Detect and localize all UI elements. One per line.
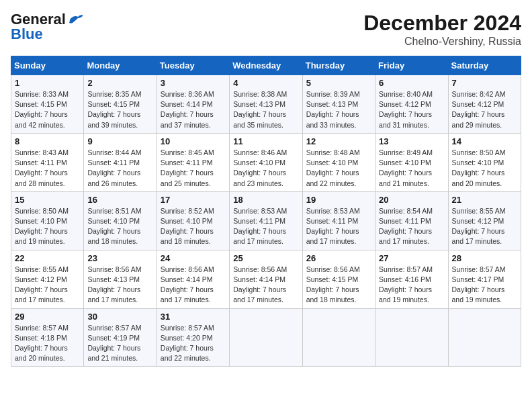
calendar-cell: 8 Sunrise: 8:43 AM Sunset: 4:11 PM Dayli… — [11, 133, 84, 191]
calendar-cell: 13 Sunrise: 8:49 AM Sunset: 4:10 PM Dayl… — [375, 133, 448, 191]
day-info: Sunrise: 8:53 AM Sunset: 4:11 PM Dayligh… — [233, 206, 298, 247]
calendar-cell: 19 Sunrise: 8:53 AM Sunset: 4:11 PM Dayl… — [302, 191, 375, 250]
day-number: 19 — [306, 195, 371, 205]
day-info: Sunrise: 8:57 AM Sunset: 4:20 PM Dayligh… — [161, 323, 226, 364]
day-info: Sunrise: 8:40 AM Sunset: 4:12 PM Dayligh… — [379, 89, 444, 130]
calendar-cell: 31 Sunrise: 8:57 AM Sunset: 4:20 PM Dayl… — [157, 308, 229, 367]
day-info: Sunrise: 8:35 AM Sunset: 4:15 PM Dayligh… — [87, 89, 152, 130]
calendar-table: SundayMondayTuesdayWednesdayThursdayFrid… — [11, 56, 521, 367]
logo-blue: Blue — [11, 26, 43, 43]
day-info: Sunrise: 8:56 AM Sunset: 4:15 PM Dayligh… — [306, 265, 371, 306]
day-info: Sunrise: 8:57 AM Sunset: 4:18 PM Dayligh… — [15, 323, 80, 364]
logo-bird-icon — [69, 13, 83, 26]
day-number: 3 — [161, 78, 226, 88]
day-number: 9 — [87, 136, 152, 146]
day-number: 8 — [15, 136, 80, 146]
day-number: 22 — [15, 253, 80, 263]
day-number: 27 — [379, 253, 444, 263]
day-info: Sunrise: 8:57 AM Sunset: 4:16 PM Dayligh… — [379, 265, 444, 306]
calendar-cell: 30 Sunrise: 8:57 AM Sunset: 4:19 PM Dayl… — [84, 308, 157, 367]
day-number: 10 — [161, 136, 226, 146]
day-info: Sunrise: 8:57 AM Sunset: 4:19 PM Dayligh… — [87, 323, 152, 364]
day-info: Sunrise: 8:55 AM Sunset: 4:12 PM Dayligh… — [15, 265, 80, 306]
week-row-2: 8 Sunrise: 8:43 AM Sunset: 4:11 PM Dayli… — [11, 133, 521, 191]
calendar-cell: 7 Sunrise: 8:42 AM Sunset: 4:12 PM Dayli… — [448, 75, 521, 134]
day-number: 30 — [87, 312, 152, 322]
day-info: Sunrise: 8:39 AM Sunset: 4:13 PM Dayligh… — [306, 89, 371, 130]
calendar-cell: 15 Sunrise: 8:50 AM Sunset: 4:10 PM Dayl… — [11, 191, 84, 250]
day-info: Sunrise: 8:44 AM Sunset: 4:11 PM Dayligh… — [87, 148, 152, 189]
day-number: 21 — [452, 195, 517, 205]
day-info: Sunrise: 8:56 AM Sunset: 4:13 PM Dayligh… — [87, 265, 152, 306]
calendar-cell: 28 Sunrise: 8:57 AM Sunset: 4:17 PM Dayl… — [448, 250, 521, 308]
weekday-header-row: SundayMondayTuesdayWednesdayThursdayFrid… — [11, 56, 521, 75]
calendar-cell: 22 Sunrise: 8:55 AM Sunset: 4:12 PM Dayl… — [11, 250, 84, 308]
day-number: 12 — [306, 136, 371, 146]
day-info: Sunrise: 8:49 AM Sunset: 4:10 PM Dayligh… — [379, 148, 444, 189]
day-number: 1 — [15, 78, 80, 88]
calendar-cell: 16 Sunrise: 8:51 AM Sunset: 4:10 PM Dayl… — [84, 191, 157, 250]
calendar-cell: 12 Sunrise: 8:48 AM Sunset: 4:10 PM Dayl… — [302, 133, 375, 191]
day-number: 23 — [87, 253, 152, 263]
calendar-cell: 18 Sunrise: 8:53 AM Sunset: 4:11 PM Dayl… — [230, 191, 302, 250]
weekday-header-sunday: Sunday — [11, 56, 84, 75]
day-info: Sunrise: 8:52 AM Sunset: 4:10 PM Dayligh… — [161, 206, 226, 247]
day-number: 17 — [161, 195, 226, 205]
week-row-1: 1 Sunrise: 8:33 AM Sunset: 4:15 PM Dayli… — [11, 75, 521, 134]
calendar-cell: 14 Sunrise: 8:50 AM Sunset: 4:10 PM Dayl… — [448, 133, 521, 191]
weekday-header-thursday: Thursday — [302, 56, 375, 75]
day-info: Sunrise: 8:48 AM Sunset: 4:10 PM Dayligh… — [306, 148, 371, 189]
day-number: 29 — [15, 312, 80, 322]
weekday-header-saturday: Saturday — [448, 56, 521, 75]
calendar-cell: 21 Sunrise: 8:55 AM Sunset: 4:12 PM Dayl… — [448, 191, 521, 250]
calendar-cell: 6 Sunrise: 8:40 AM Sunset: 4:12 PM Dayli… — [375, 75, 448, 134]
calendar-cell — [448, 308, 521, 367]
location: Chelno-Vershiny, Russia — [363, 36, 521, 48]
day-info: Sunrise: 8:55 AM Sunset: 4:12 PM Dayligh… — [452, 206, 517, 247]
weekday-header-wednesday: Wednesday — [230, 56, 302, 75]
day-info: Sunrise: 8:33 AM Sunset: 4:15 PM Dayligh… — [15, 89, 80, 130]
day-number: 6 — [379, 78, 444, 88]
day-number: 13 — [379, 136, 444, 146]
day-info: Sunrise: 8:43 AM Sunset: 4:11 PM Dayligh… — [15, 148, 80, 189]
day-number: 31 — [161, 312, 226, 322]
calendar-cell: 29 Sunrise: 8:57 AM Sunset: 4:18 PM Dayl… — [11, 308, 84, 367]
day-number: 24 — [161, 253, 226, 263]
day-info: Sunrise: 8:57 AM Sunset: 4:17 PM Dayligh… — [452, 265, 517, 306]
day-info: Sunrise: 8:51 AM Sunset: 4:10 PM Dayligh… — [87, 206, 152, 247]
calendar-cell: 4 Sunrise: 8:38 AM Sunset: 4:13 PM Dayli… — [230, 75, 302, 134]
calendar-cell: 5 Sunrise: 8:39 AM Sunset: 4:13 PM Dayli… — [302, 75, 375, 134]
day-number: 15 — [15, 195, 80, 205]
day-number: 18 — [233, 195, 298, 205]
day-number: 14 — [452, 136, 517, 146]
calendar-cell: 20 Sunrise: 8:54 AM Sunset: 4:11 PM Dayl… — [375, 191, 448, 250]
calendar-cell: 27 Sunrise: 8:57 AM Sunset: 4:16 PM Dayl… — [375, 250, 448, 308]
day-info: Sunrise: 8:56 AM Sunset: 4:14 PM Dayligh… — [161, 265, 226, 306]
day-number: 5 — [306, 78, 371, 88]
calendar-cell: 24 Sunrise: 8:56 AM Sunset: 4:14 PM Dayl… — [157, 250, 229, 308]
day-number: 2 — [87, 78, 152, 88]
day-info: Sunrise: 8:42 AM Sunset: 4:12 PM Dayligh… — [452, 89, 517, 130]
calendar-cell — [375, 308, 448, 367]
header: General Blue December 2024 Chelno-Vershi… — [11, 11, 521, 48]
day-info: Sunrise: 8:38 AM Sunset: 4:13 PM Dayligh… — [233, 89, 298, 130]
week-row-3: 15 Sunrise: 8:50 AM Sunset: 4:10 PM Dayl… — [11, 191, 521, 250]
calendar-cell: 17 Sunrise: 8:52 AM Sunset: 4:10 PM Dayl… — [157, 191, 229, 250]
day-number: 4 — [233, 78, 298, 88]
day-info: Sunrise: 8:56 AM Sunset: 4:14 PM Dayligh… — [233, 265, 298, 306]
week-row-4: 22 Sunrise: 8:55 AM Sunset: 4:12 PM Dayl… — [11, 250, 521, 308]
weekday-header-friday: Friday — [375, 56, 448, 75]
day-number: 7 — [452, 78, 517, 88]
day-info: Sunrise: 8:54 AM Sunset: 4:11 PM Dayligh… — [379, 206, 444, 247]
calendar-cell: 25 Sunrise: 8:56 AM Sunset: 4:14 PM Dayl… — [230, 250, 302, 308]
weekday-header-tuesday: Tuesday — [157, 56, 229, 75]
month-year: December 2024 — [363, 11, 521, 36]
day-number: 11 — [233, 136, 298, 146]
calendar-cell: 11 Sunrise: 8:46 AM Sunset: 4:10 PM Dayl… — [230, 133, 302, 191]
calendar-cell: 26 Sunrise: 8:56 AM Sunset: 4:15 PM Dayl… — [302, 250, 375, 308]
calendar-cell — [230, 308, 302, 367]
logo: General Blue — [11, 11, 83, 43]
title-area: December 2024 Chelno-Vershiny, Russia — [363, 11, 521, 48]
day-info: Sunrise: 8:50 AM Sunset: 4:10 PM Dayligh… — [452, 148, 517, 189]
day-number: 28 — [452, 253, 517, 263]
